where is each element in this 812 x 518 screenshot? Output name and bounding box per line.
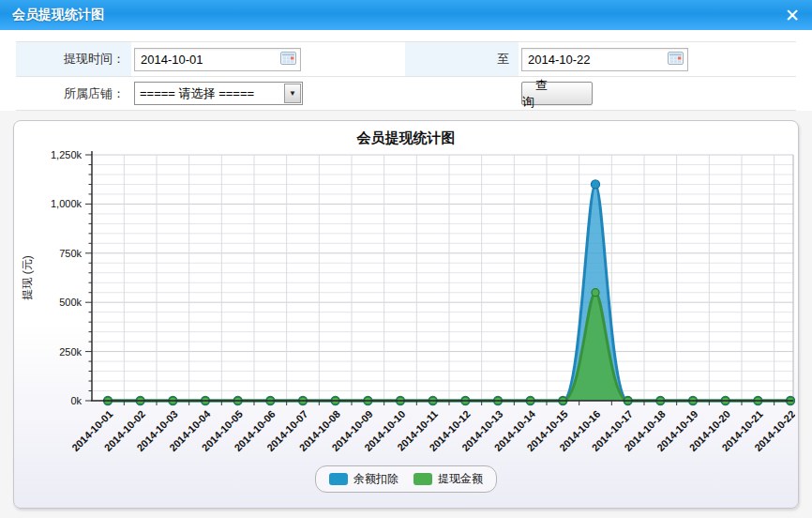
date-from-input[interactable]: 2014-10-01	[134, 48, 301, 71]
legend-item-balance-deduction[interactable]: 余额扣除	[329, 471, 398, 487]
y-axis-labels: 0k250k500k750k1,000k1,250k	[51, 149, 92, 406]
svg-text:250k: 250k	[59, 346, 82, 358]
form-row-dates: 提现时间： 2014-10-01	[16, 41, 796, 76]
date-to-value: 2014-10-22	[528, 53, 591, 67]
empty-cell	[405, 77, 519, 110]
legend-swatch-green	[414, 473, 432, 485]
chart-title: 会员提现统计图	[14, 121, 798, 147]
y-axis-title: 提现 (元)	[21, 255, 34, 299]
legend-box: 余额扣除 提现金额	[315, 465, 497, 493]
withdraw-time-label: 提现时间：	[64, 51, 125, 68]
legend-label: 余额扣除	[353, 471, 398, 487]
shop-label-cell: 所属店铺：	[16, 77, 131, 110]
to-label-cell: 至	[405, 42, 519, 76]
chart-plot: 0k250k500k750k1,000k1,250k2014-10-012014…	[17, 147, 795, 465]
shop-label: 所属店铺：	[64, 85, 125, 102]
form-row-shop: 所属店铺： ===== 请选择 ===== ▼ 查 询	[16, 76, 796, 111]
svg-text:500k: 500k	[59, 297, 82, 308]
to-label: 至	[497, 51, 509, 68]
shop-select[interactable]: ===== 请选择 ===== ▼	[134, 82, 303, 105]
date-to-input[interactable]: 2014-10-22	[521, 48, 688, 71]
date-from-cell: 2014-10-01	[131, 42, 405, 76]
chevron-down-icon[interactable]: ▼	[284, 84, 301, 103]
x-axis-labels: 2014-10-012014-10-022014-10-032014-10-04…	[69, 401, 795, 453]
date-to-cell: 2014-10-22	[519, 42, 796, 76]
calendar-icon[interactable]	[668, 51, 684, 69]
shop-select-cell: ===== 请选择 ===== ▼	[131, 77, 405, 110]
chart-legend: 余额扣除 提现金额	[14, 465, 798, 493]
withdraw-time-label-cell: 提现时间：	[16, 42, 131, 76]
dialog-titlebar: 会员提现统计图 ✕	[0, 0, 812, 30]
legend-label: 提现金额	[438, 471, 483, 487]
query-cell: 查 询	[519, 77, 796, 110]
close-icon[interactable]: ✕	[785, 7, 800, 24]
legend-swatch-blue	[329, 473, 348, 485]
svg-text:1,000k: 1,000k	[51, 198, 83, 209]
filter-form: 提现时间： 2014-10-01	[0, 30, 812, 111]
svg-text:0k: 0k	[70, 395, 82, 406]
chart-panel: 会员提现统计图 0k250k500k750k1,000k1,250k2014-1…	[13, 120, 799, 509]
query-button[interactable]: 查 询	[521, 82, 593, 105]
dialog-title: 会员提现统计图	[12, 7, 104, 23]
shop-select-value: ===== 请选择 =====	[140, 85, 254, 102]
svg-text:1,250k: 1,250k	[51, 149, 83, 160]
legend-item-withdraw-amount[interactable]: 提现金额	[414, 471, 483, 487]
calendar-icon[interactable]	[280, 51, 296, 69]
date-from-value: 2014-10-01	[141, 53, 203, 67]
svg-text:750k: 750k	[59, 248, 82, 259]
